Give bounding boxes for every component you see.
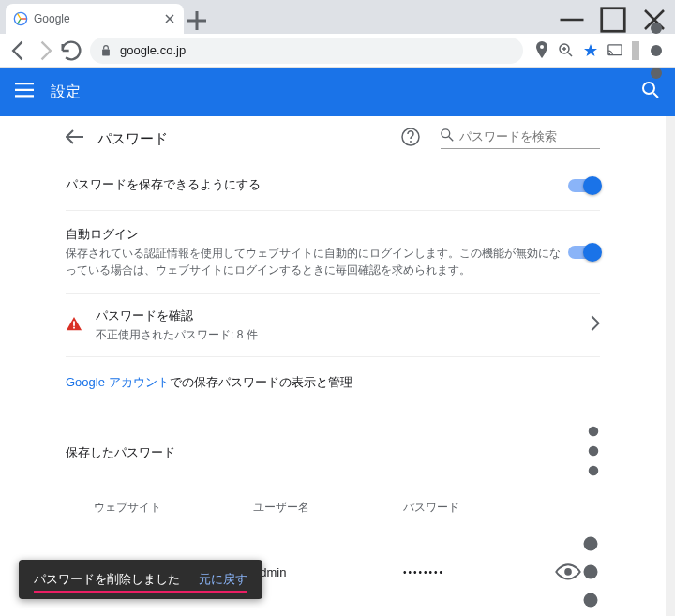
- svg-point-15: [589, 427, 599, 437]
- search-icon: [441, 128, 454, 145]
- offer-save-title: パスワードを保存できるようにする: [66, 176, 568, 193]
- google-favicon: [13, 11, 28, 26]
- check-title: パスワードを確認: [96, 308, 578, 324]
- section-more-icon[interactable]: [587, 425, 600, 481]
- svg-point-8: [651, 68, 662, 79]
- svg-rect-5: [608, 45, 622, 55]
- browser-menu-icon[interactable]: [649, 21, 664, 81]
- password-search-input[interactable]: [459, 129, 600, 143]
- browser-tab[interactable]: Google: [6, 4, 184, 34]
- saved-section-title: 保存したパスワード: [66, 444, 587, 461]
- address-bar: google.co.jp: [0, 34, 675, 68]
- svg-point-9: [643, 83, 654, 94]
- row-more-icon[interactable]: [581, 534, 600, 609]
- svg-point-12: [442, 129, 450, 138]
- svg-point-21: [584, 537, 598, 551]
- page-subheader: パスワード: [66, 116, 600, 161]
- svg-point-17: [589, 466, 599, 476]
- back-arrow-icon[interactable]: [66, 129, 84, 148]
- col-password: パスワード: [403, 500, 600, 516]
- svg-point-11: [410, 141, 412, 143]
- back-button[interactable]: [6, 38, 32, 64]
- chevron-right-icon: [591, 315, 600, 336]
- password-table-header: ウェブサイト ユーザー名 パスワード: [66, 490, 600, 525]
- bookmark-star-icon[interactable]: [583, 43, 598, 58]
- svg-point-6: [651, 23, 662, 34]
- check-passwords-row[interactable]: パスワードを確認 不正使用されたパスワード: 8 件: [66, 294, 600, 357]
- svg-point-16: [589, 446, 599, 457]
- user-name: admin: [253, 565, 403, 579]
- location-icon[interactable]: [534, 41, 549, 60]
- toolbar-icons: [529, 21, 669, 81]
- show-password-icon[interactable]: [555, 563, 581, 580]
- password-masked: ••••••••: [403, 567, 555, 578]
- url-bar[interactable]: google.co.jp: [90, 38, 523, 64]
- url-text: google.co.jp: [120, 43, 186, 57]
- setting-auto-signin: 自動ログイン 保存されている認証情報を使用してウェブサイトに自動的にログインしま…: [66, 211, 600, 294]
- page-title: パスワード: [98, 130, 388, 148]
- toast-underline: [34, 591, 248, 593]
- hamburger-menu-icon[interactable]: [15, 83, 34, 101]
- offer-save-toggle[interactable]: [568, 179, 600, 192]
- auto-signin-toggle[interactable]: [568, 246, 600, 259]
- tab-title: Google: [34, 12, 163, 25]
- auto-signin-title: 自動ログイン: [66, 226, 568, 243]
- profile-icon[interactable]: [632, 41, 639, 60]
- password-search-field[interactable]: [441, 128, 600, 149]
- new-tab-button[interactable]: [184, 8, 210, 34]
- zoom-icon[interactable]: [559, 43, 574, 58]
- svg-point-3: [540, 45, 544, 49]
- warning-icon: [66, 316, 82, 335]
- delete-toast: パスワードを削除しました 元に戻す: [19, 560, 262, 599]
- lock-icon: [99, 44, 112, 57]
- settings-content: パスワード パスワードを保存できるようにする 自動ログイン 保存されている認証情…: [0, 116, 666, 616]
- svg-rect-13: [73, 321, 75, 325]
- reload-button[interactable]: [58, 38, 84, 64]
- svg-rect-2: [102, 49, 110, 55]
- svg-point-22: [584, 565, 598, 579]
- account-link-rest: での保存パスワードの表示と管理: [170, 375, 352, 389]
- col-website: ウェブサイト: [94, 500, 253, 516]
- auto-signin-desc: 保存されている認証情報を使用してウェブサイトに自動的にログインします。この機能が…: [66, 245, 568, 278]
- setting-offer-save: パスワードを保存できるようにする: [66, 161, 600, 211]
- svg-rect-14: [73, 327, 75, 329]
- check-desc: 不正使用されたパスワード: 8 件: [96, 326, 578, 343]
- svg-point-7: [651, 45, 662, 56]
- account-link-text: Google アカウント: [66, 375, 170, 389]
- scrollbar[interactable]: [666, 116, 675, 616]
- saved-section-header: 保存したパスワード: [66, 408, 600, 490]
- undo-button[interactable]: 元に戻す: [199, 571, 248, 588]
- svg-point-20: [564, 568, 572, 576]
- close-tab-icon[interactable]: [163, 12, 176, 25]
- cast-icon[interactable]: [608, 44, 622, 55]
- forward-button[interactable]: [32, 38, 58, 64]
- toast-message: パスワードを削除しました: [34, 571, 180, 588]
- settings-search-icon[interactable]: [641, 81, 660, 103]
- col-username: ユーザー名: [253, 500, 403, 516]
- google-account-link[interactable]: Google アカウントでの保存パスワードの表示と管理: [66, 357, 600, 408]
- svg-point-23: [584, 593, 598, 608]
- help-icon[interactable]: [401, 128, 420, 150]
- settings-title: 設定: [51, 83, 81, 102]
